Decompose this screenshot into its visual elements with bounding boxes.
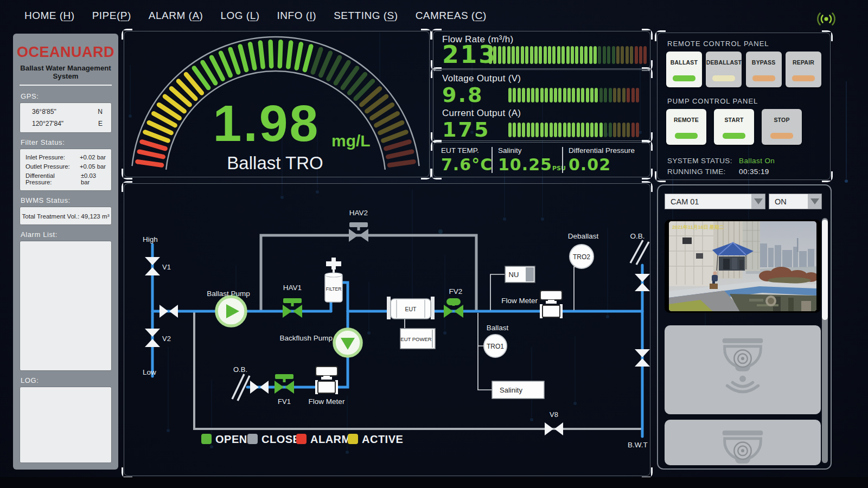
bar-segment <box>613 88 616 102</box>
camera-panel: CAM 01 ON <box>657 184 832 470</box>
system-status-value: Ballast On <box>739 157 775 165</box>
voltage-current-panel: Voltage Output (V) 9.8 Current Output (A… <box>433 69 650 141</box>
nav-pipe[interactable]: PIPE(P) <box>92 10 131 22</box>
camera-scrollbar-thumb[interactable] <box>822 220 828 320</box>
pump-button-row: REMOTE START STOP <box>666 109 821 145</box>
bar-segment <box>572 88 575 102</box>
bar-segment <box>563 123 566 137</box>
bar-segment <box>527 88 530 102</box>
start-button[interactable]: START <box>714 109 754 145</box>
bar-segment <box>621 46 624 64</box>
chevron-down-icon <box>808 194 821 209</box>
bar-segment <box>626 46 629 64</box>
repair-button[interactable]: REPAIR <box>786 52 821 87</box>
bar-segment <box>616 46 620 64</box>
bar-segment <box>609 123 612 137</box>
bar-segment <box>535 88 539 102</box>
eut-label: EUT <box>405 306 417 312</box>
bypass-button[interactable]: BYPASS <box>746 52 782 87</box>
camera-timestamp: 2021年11月16日 星期二 <box>672 224 724 230</box>
bottom-bezel <box>0 477 868 488</box>
bar-segment <box>590 123 593 137</box>
bar-segment <box>627 123 630 137</box>
bar-segment <box>586 123 589 137</box>
filter-row: Differential Pressure:±0.03 bar <box>25 172 106 185</box>
v2-label: V2 <box>162 335 171 343</box>
ballast-pump <box>216 297 246 326</box>
bar-segment <box>595 123 598 137</box>
bar-segment <box>539 46 542 64</box>
nav-log[interactable]: LOG (L) <box>220 10 259 22</box>
bar-segment <box>567 123 571 137</box>
gauge-unit: mg/L <box>331 132 371 150</box>
camera-select-dropdown[interactable]: CAM 01 <box>665 194 765 209</box>
bar-segment <box>613 123 616 137</box>
nav-info[interactable]: INFO (I) <box>277 10 317 22</box>
nav-home[interactable]: HOME (H) <box>24 10 75 22</box>
bar-segment <box>575 46 578 64</box>
bar-segment <box>584 46 588 64</box>
bar-segment <box>513 123 516 137</box>
bar-segment <box>527 123 530 137</box>
bar-segment <box>580 46 583 64</box>
bar-segment <box>522 88 525 102</box>
running-time-row: RUNNING TIME:00:35:19 <box>667 168 726 176</box>
nav-alarm[interactable]: ALARM (A) <box>149 10 203 22</box>
oceanguard-logo: OCEAN UARD <box>20 41 112 63</box>
eut-power-label: EUT POWER <box>400 336 431 342</box>
bar-segment <box>593 46 597 64</box>
ob-bottom-label: O.B. <box>233 365 247 374</box>
bar-segment <box>595 88 598 102</box>
remote-indicator <box>675 133 698 139</box>
flow-meter-main <box>540 291 563 318</box>
v1-label: V1 <box>162 263 171 271</box>
bar-segment <box>581 123 584 137</box>
legend-active-swatch <box>348 434 358 444</box>
running-time-value: 00:35:19 <box>739 168 769 176</box>
stop-button[interactable]: STOP <box>762 109 802 145</box>
camera-scrollbar[interactable] <box>822 218 828 463</box>
bar-segment <box>599 88 603 102</box>
flow-meter-backflush <box>315 367 338 394</box>
nav-cameras[interactable]: CAMREAS (C) <box>416 10 487 22</box>
nav-setting[interactable]: SETTING (S) <box>334 10 398 22</box>
bar-segment <box>577 123 580 137</box>
bar-segment <box>572 123 575 137</box>
system-status-row: SYSTEM STATUS:Ballast On <box>667 157 732 165</box>
bar-segment <box>508 123 512 137</box>
gauge-value: 1.98 <box>213 94 320 152</box>
deballast-button[interactable]: DEBALLAST <box>706 52 742 87</box>
bar-segment <box>607 46 610 64</box>
bar-segment <box>643 46 647 64</box>
bar-segment <box>563 88 566 102</box>
bar-segment <box>635 46 638 64</box>
bar-segment <box>493 46 496 64</box>
flow-meter-backflush-label: Flow Meter <box>309 397 345 406</box>
bar-segment <box>617 88 621 102</box>
bar-segment <box>567 88 571 102</box>
bar-segment <box>622 123 626 137</box>
legend-close-swatch <box>247 434 258 444</box>
ballast-button[interactable]: BALLAST <box>666 52 702 87</box>
bar-segment <box>636 123 639 137</box>
tro2-sensor: TRO2 <box>570 245 593 268</box>
bar-segment <box>508 88 512 102</box>
camera-power-dropdown[interactable]: ON <box>769 194 822 209</box>
backflush-pump <box>334 329 361 356</box>
bar-segment <box>586 88 589 102</box>
divider <box>492 147 493 173</box>
environment-panel: EUT TEMP. 7.6°C Salinity 10.25PSU Differ… <box>433 142 650 177</box>
remote-button[interactable]: REMOTE <box>666 109 706 145</box>
valve-hav2 <box>349 222 368 242</box>
fv1-label: FV1 <box>278 397 291 406</box>
filter-status-box: Inlet Pressure:+0.02 bar Outlet Pressure… <box>20 149 112 191</box>
high-label: High <box>143 235 158 243</box>
bar-segment <box>531 123 534 137</box>
broadcast-signal-icon <box>815 11 838 27</box>
bar-segment <box>513 88 516 102</box>
bar-segment <box>521 46 524 64</box>
bwt-label: B.W.T <box>628 441 648 449</box>
eut-temp-value: 7.6°C <box>441 155 493 174</box>
bar-segment <box>489 46 492 64</box>
legend-open-swatch <box>201 434 212 444</box>
